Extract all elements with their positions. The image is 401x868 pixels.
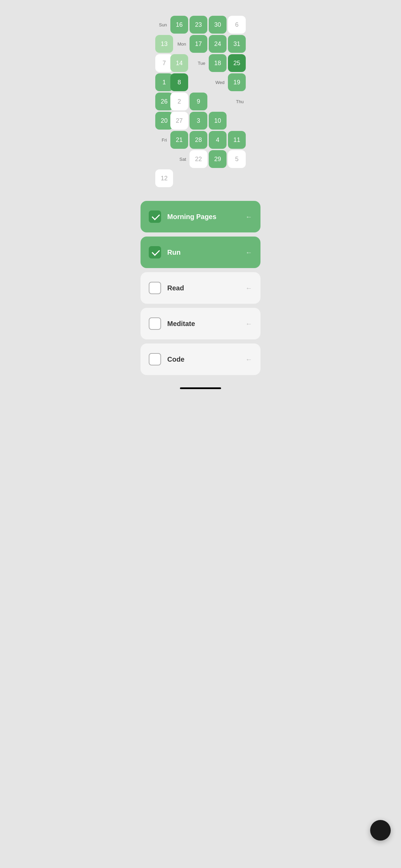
cal-cell[interactable]: 29 (209, 150, 227, 168)
habit-card-meditate[interactable]: Meditate← (141, 308, 260, 339)
cal-day-label: Tue (190, 54, 207, 72)
cal-cell[interactable]: 4 (209, 131, 227, 149)
habit-arrow-read: ← (245, 284, 252, 292)
cal-cell[interactable] (190, 73, 207, 91)
checkbox-meditate[interactable] (149, 317, 161, 330)
cal-cell[interactable] (228, 112, 246, 130)
home-indicator (180, 387, 221, 389)
cal-cell[interactable] (170, 169, 188, 187)
habit-card-run[interactable]: Run← (141, 237, 260, 268)
cal-cell[interactable]: 5 (228, 150, 246, 168)
cal-cell[interactable]: 19 (228, 73, 246, 91)
cal-cell[interactable]: 31 (228, 35, 246, 53)
checkbox-run[interactable] (149, 246, 161, 258)
cal-cell[interactable]: 27 (170, 112, 188, 130)
habit-card-read[interactable]: Read← (141, 272, 260, 304)
cal-cell[interactable]: 3 (190, 112, 207, 130)
habit-arrow-meditate: ← (245, 320, 252, 328)
habit-label-run: Run (167, 249, 239, 256)
cal-day-label: Mon (170, 35, 188, 53)
cal-day-label: Sun (155, 16, 169, 34)
cal-day-label: Fri (155, 131, 169, 149)
cal-cell[interactable]: 18 (209, 54, 227, 72)
habit-arrow-run: ← (245, 249, 252, 256)
cal-cell[interactable]: 9 (190, 93, 207, 110)
cal-cell[interactable]: 17 (190, 35, 207, 53)
cal-day-label: Sat (170, 150, 188, 168)
cal-cell[interactable]: 28 (190, 131, 207, 149)
cal-cell[interactable]: 23 (190, 16, 207, 34)
cal-day-label: Thu (228, 93, 246, 110)
habit-label-morning-pages: Morning Pages (167, 213, 239, 221)
habit-label-meditate: Meditate (167, 320, 239, 328)
cal-cell[interactable]: 8 (170, 73, 188, 91)
cal-cell[interactable]: 25 (228, 54, 246, 72)
cal-cell[interactable]: 10 (209, 112, 227, 130)
checkbox-read[interactable] (149, 282, 161, 294)
cal-cell[interactable]: 11 (228, 131, 246, 149)
cal-cell[interactable]: 14 (170, 54, 188, 72)
checkbox-morning-pages[interactable] (149, 210, 161, 223)
habit-card-code[interactable]: Code← (141, 343, 260, 375)
cal-cell[interactable]: 22 (190, 150, 207, 168)
habit-label-read: Read (167, 284, 239, 292)
habit-label-code: Code (167, 355, 239, 363)
habit-card-morning-pages[interactable]: Morning Pages← (141, 201, 260, 232)
cal-cell[interactable]: 16 (170, 16, 188, 34)
habit-arrow-morning-pages: ← (245, 213, 252, 221)
cal-cell[interactable] (209, 93, 227, 110)
habit-arrow-code: ← (245, 355, 252, 363)
checkbox-code[interactable] (149, 353, 161, 365)
calendar-grid: Sun162330613Mon172431714Tue182518Wed1926… (141, 16, 260, 187)
calendar-section: Sun162330613Mon172431714Tue182518Wed1926… (134, 0, 267, 197)
cal-cell[interactable]: 24 (209, 35, 227, 53)
cal-cell[interactable]: 21 (170, 131, 188, 149)
cal-cell[interactable]: 6 (228, 16, 246, 34)
cal-cell[interactable]: 2 (170, 93, 188, 110)
habits-section: Morning Pages←Run←Read←Meditate←Code← (134, 197, 267, 382)
cal-cell[interactable]: 30 (209, 16, 227, 34)
cal-day-label: Wed (209, 73, 227, 91)
